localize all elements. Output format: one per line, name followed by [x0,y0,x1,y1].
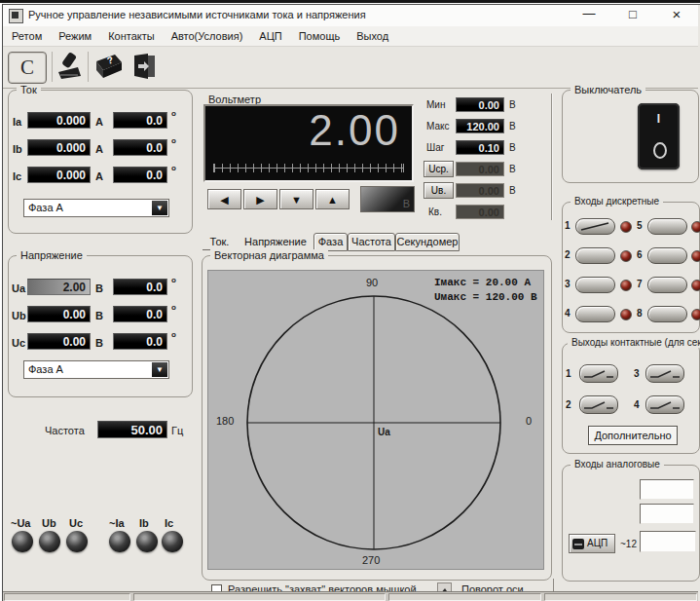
adc-button-label: АЦП [587,538,608,548]
tab-voltage[interactable]: Напряжение [240,234,311,250]
current-ic-angle[interactable]: 0.0 [113,167,167,183]
contact-output-4-button[interactable] [645,395,684,414]
close-button[interactable]: × [668,6,685,22]
status-segment-2 [133,593,386,601]
decrease-down-button[interactable]: ▼ [279,189,313,209]
max-value[interactable]: 120.00 [456,119,504,133]
voltage-ua-angle[interactable]: 0.0 [113,279,167,295]
knob-ia[interactable] [109,531,130,552]
analog-inputs-title: Входы аналоговые [571,459,664,470]
knob-ua-label: ~Ua [11,517,31,529]
voltage-uc-value[interactable]: 0.00 [27,333,91,350]
vector-diagram-title: Векторная диаграмма [210,249,328,261]
current-ic-unit: A [95,170,103,182]
settings-divider [551,94,552,220]
analog-field-2[interactable] [640,504,694,524]
voltage-uc-deg: o [171,330,176,339]
tab-current[interactable]: Ток. [203,234,237,250]
menu-avto[interactable]: Авто(Условия) [171,30,243,42]
menu-rezhim[interactable]: Режим [58,30,92,42]
knob-ic[interactable] [162,531,183,552]
current-ia-label: Ia [13,116,21,128]
analog-12-label: ~12 [620,539,637,549]
voltage-phase-dropdown-icon[interactable]: ▼ [152,362,167,377]
discrete-input-8-button[interactable] [647,306,687,322]
voltage-uc-angle[interactable]: 0.0 [113,333,167,350]
discrete-2-label: 2 [565,249,571,260]
analog-field-3[interactable] [640,531,696,552]
knob-ua[interactable] [12,531,33,552]
current-ic-value[interactable]: 0.000 [27,167,91,183]
knob-ub-label: Ub [42,517,56,529]
discrete-input-2-button[interactable] [575,247,615,264]
voltmeter-scale [213,164,404,172]
menu-kontakty[interactable]: Контакты [108,30,155,42]
increase-up-button[interactable]: ▲ [315,189,350,209]
current-ib-deg: o [171,136,176,145]
usr-button[interactable]: Uср. [424,161,454,177]
voltage-ua-deg: o [171,276,176,284]
c-button-glyph: C [20,56,34,79]
minimize-button[interactable]: — [580,6,598,20]
adc-icon [572,539,584,549]
contact-output-1-button[interactable] [579,364,618,383]
voltage-group-title: Напряжение [17,249,87,261]
discrete-7-label: 7 [637,279,643,289]
help-icon[interactable]: ? [93,52,125,81]
current-ib-value[interactable]: 0.000 [27,139,91,156]
discrete-input-1-button[interactable] [575,218,615,235]
axis-90-label: 90 [366,277,378,288]
discrete-input-3-button[interactable] [575,277,615,293]
maximize-button[interactable]: □ [624,7,642,21]
menu-pomosch[interactable]: Помощь [299,30,341,42]
voltage-ub-value[interactable]: 0.00 [27,306,91,322]
voltage-phase-select[interactable]: Фаза А ▼ [23,360,169,379]
page-edge [0,0,700,3]
discrete-input-4-button[interactable] [575,306,615,322]
adc-button[interactable]: АЦП [569,534,615,553]
min-label: Мин [426,99,445,110]
voltage-ua-value[interactable]: 2.00 [27,279,91,295]
min-value[interactable]: 0.00 [456,97,504,112]
c-toolbar-button[interactable]: C [8,52,47,84]
additional-button[interactable]: Дополнительно [588,426,678,445]
discrete-input-6-button[interactable] [647,247,687,264]
rocker-switch[interactable]: I [638,103,680,169]
contact-1-label: 1 [566,368,571,379]
switch-on-mark: I [638,112,680,126]
menu-acp[interactable]: АЦП [259,30,281,42]
tab-frequency[interactable]: Частота [348,233,395,251]
voltage-ua-unit: В [95,282,103,294]
voltage-ua-label: Ua [12,282,25,294]
menu-retom[interactable]: Ретом [12,30,42,42]
current-ib-angle[interactable]: 0.0 [113,139,167,156]
decrease-left-button[interactable]: ◀ [207,189,241,209]
vector-diagram-panel[interactable]: 90 180 0 270 Iмакс = 20.00 А Uмакс = 120… [207,270,544,570]
frequency-value[interactable]: 50.00 [97,421,167,438]
analog-field-1[interactable] [640,479,694,500]
current-ia-angle[interactable]: 0.0 [113,112,167,129]
discrete-3-label: 3 [565,279,571,289]
uv-button[interactable]: Uв. [424,182,454,199]
discrete-input-5-button[interactable] [647,218,687,235]
vector-center-label[interactable]: Ua [378,427,390,437]
current-phase-select[interactable]: Фаза А ▼ [23,199,169,217]
knob-ib[interactable] [136,531,158,552]
voltage-ub-angle[interactable]: 0.0 [113,306,167,322]
contact-output-2-button[interactable] [579,395,618,414]
step-value[interactable]: 0.10 [456,140,504,155]
current-phase-dropdown-icon[interactable]: ▼ [152,201,167,215]
knob-uc[interactable] [66,531,88,552]
discrete-input-7-button[interactable] [647,277,687,293]
print-icon[interactable] [56,52,82,81]
increase-right-button[interactable]: ▶ [243,189,277,209]
exit-icon[interactable] [130,52,160,81]
menu-vykhod[interactable]: Выход [356,30,388,42]
contact-output-3-button[interactable] [645,364,684,383]
imax-readout: Iмакс = 20.00 А [434,277,531,288]
tab-stopwatch[interactable]: Секундомер [395,233,460,251]
current-ia-deg: o [171,109,176,118]
current-ia-value[interactable]: 0.000 [27,112,91,129]
knob-ub[interactable] [39,531,60,552]
usr-value: 0.00 [456,162,504,176]
